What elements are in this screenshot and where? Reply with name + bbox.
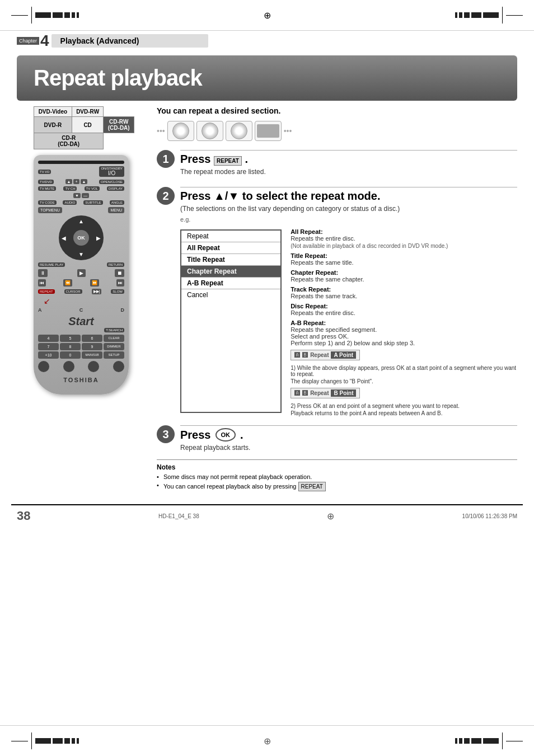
btn-tv-ch[interactable]: TV CH [63, 186, 77, 191]
btn-setup[interactable]: SETUP [104, 351, 124, 359]
btn-tv-vol[interactable]: TV VOL [85, 186, 100, 191]
right-panel: You can repeat a desired section. ••• ••… [157, 106, 517, 493]
btn-a[interactable]: A [38, 307, 42, 313]
step-3-desc: Repeat playback starts. [180, 444, 517, 452]
btn-c[interactable]: C [79, 307, 83, 313]
btn-tv-io[interactable]: TV I/O [38, 170, 51, 174]
btn-angle[interactable]: ANGLE [110, 200, 124, 205]
step-2-content: Press ▲/▼ to select the repeat mode. (Th… [180, 187, 517, 417]
btn-tv-code[interactable]: TV CODE [38, 200, 57, 205]
btn-7[interactable]: 7 [38, 343, 59, 350]
bottom-corner-h-right [506, 741, 523, 741]
notes-section: Notes Some discs may not permit repeat p… [157, 459, 517, 491]
disc-dvd-rw: DVD-RW [72, 107, 104, 117]
btn-slow[interactable]: SLOW [111, 289, 124, 294]
disc-dvd-video: DVD-Video [34, 107, 72, 117]
btn-ok[interactable]: OK [73, 230, 89, 246]
step-2-title: Press ▲/▼ to select the repeat mode. [180, 190, 517, 203]
btn-audio[interactable]: AUDIO [63, 200, 77, 205]
corner-mark-h [11, 15, 28, 16]
btn-display[interactable]: DISPLAY [107, 186, 124, 191]
btn-open-close[interactable]: OPEN/CLOSE [99, 180, 124, 184]
ab-result-text: Playback returns to the point A and repe… [291, 410, 517, 416]
btn-topmenu[interactable]: TOPMENU [38, 207, 62, 213]
btn-4[interactable]: 4 [38, 335, 59, 342]
btn-9[interactable]: 9 [82, 343, 102, 350]
btn-plus10[interactable]: +10 [38, 351, 59, 359]
btn-repeat[interactable]: REPEAT [38, 289, 55, 294]
ok-circle-button[interactable]: OK [216, 428, 236, 442]
btn-pause[interactable]: ⏸ [38, 269, 48, 277]
register-bar-left [35, 12, 79, 18]
btn-6[interactable]: 6 [82, 335, 102, 342]
btn-next[interactable]: ⏭ [116, 279, 124, 287]
desc-chapter-repeat: Chapter Repeat: Repeats the same chapter… [291, 269, 517, 283]
btn-0[interactable]: 0 [60, 351, 81, 359]
btn-clear[interactable]: CLEAR [104, 335, 124, 342]
b-point-tag: B Point [331, 389, 356, 397]
desc-track-repeat: Track Repeat: Repeats the same track. [291, 286, 517, 299]
step-1-desc: The repeat modes are listed. [180, 168, 517, 176]
left-panel: DVD-Video DVD-RW DVD-R CD CD-RW(CD-DA) C… [17, 106, 146, 493]
btn-menu[interactable]: MENU [108, 207, 124, 213]
btn-arrow-up[interactable]: ▲ [78, 218, 84, 224]
btn-arrow-left[interactable]: ◀ [62, 235, 66, 241]
disc-image-4 [255, 121, 282, 141]
btn-forward-frame[interactable]: ▶▶| [92, 289, 102, 294]
page-marks-top: ⊕ [0, 0, 534, 31]
btn-fwd[interactable]: ⏩ [90, 279, 99, 287]
page-marks-bottom: ⊕ [0, 725, 534, 756]
btn-tv-mute[interactable]: TV MUTE [38, 186, 56, 191]
btn-cursor[interactable]: CURSOR [64, 289, 82, 294]
btn-return[interactable]: RETURN [107, 262, 124, 267]
bottom-corner-v-left [31, 732, 32, 749]
menu-all-repeat: All Repeat [181, 242, 280, 254]
btn-on-standby[interactable]: ON/STANDBY I/O [99, 166, 124, 177]
step-2-block: 2 Press ▲/▼ to select the repeat mode. (… [157, 187, 517, 417]
remote-row-topmenu: TOPMENU MENU [38, 207, 124, 213]
btn-t-search[interactable]: T.SEARCH [104, 328, 124, 332]
remote-row-tvdvd: TV/DVD ▲ + ▲ OPEN/CLOSE [38, 179, 124, 184]
btn-arrow-down[interactable]: ▼ [78, 251, 84, 257]
step-2-number: 2 [157, 187, 175, 205]
btn-arrow-right[interactable]: ▶ [96, 235, 101, 241]
remote-row-transport2: ⏮ ⏪ ⏩ ⏭ [38, 279, 124, 287]
btn-d[interactable]: D [121, 307, 125, 313]
btn-main-sub[interactable]: MAIN/SUB [82, 351, 102, 359]
disc-image-2 [196, 121, 223, 141]
step-3-inline: Press OK . [180, 428, 517, 442]
desc-disc-repeat: Disc Repeat: Repeats the entire disc. [291, 303, 517, 316]
btn-resume-play[interactable]: RESUME PLAY [38, 262, 65, 267]
btn-prev[interactable]: ⏮ [38, 279, 46, 287]
footer-info: 38 HD-E1_04_E 38 ⊕ 10/10/06 11:26:38 PM [0, 505, 534, 527]
repeat-menu-table: Repeat All Repeat Title Repeat Chapter R… [180, 229, 282, 413]
ab-step1-text: 1) While the above display appears, pres… [291, 365, 517, 377]
menu-title-repeat: Title Repeat [181, 254, 280, 266]
btn-5[interactable]: 5 [60, 335, 81, 342]
btn-b1[interactable] [38, 361, 49, 372]
btn-b4[interactable] [113, 361, 124, 372]
btn-tv-dvd[interactable]: TV/DVD [38, 180, 54, 184]
btn-play[interactable]: ▶ [77, 269, 86, 277]
btn-subtitle[interactable]: SUBTITLE [83, 200, 103, 205]
remote-row-transport1: ⏸ ▶ ⏹ [38, 269, 124, 277]
repeat-button-label[interactable]: REPEAT [214, 156, 242, 166]
register-mark-center: ⊕ [264, 10, 271, 21]
btn-b2[interactable] [63, 361, 74, 372]
btn-rew[interactable]: ⏪ [63, 279, 72, 287]
btn-dimmer[interactable]: DIMMER [104, 343, 124, 350]
repeat-cancel-button[interactable]: REPEAT [298, 482, 326, 491]
chapter-label: Chapter [17, 37, 39, 45]
step-3-title: Press OK . [180, 428, 517, 442]
notes-title: Notes [157, 463, 517, 471]
remote-top-strip [38, 161, 124, 164]
remote-row-down: ▼ — [38, 193, 124, 198]
chapter-header: Chapter 4 Playback (Advanced) [0, 31, 534, 51]
corner-mark-h2 [506, 15, 523, 16]
btn-stop[interactable]: ⏹ [115, 269, 124, 277]
start-label: Start [38, 315, 124, 328]
a-point-tag: A Point [331, 351, 356, 359]
btn-b3[interactable] [88, 361, 99, 372]
btn-8[interactable]: 8 [60, 343, 81, 350]
remote-row-repeat: REPEAT CURSOR ▶▶| SLOW [38, 289, 124, 294]
